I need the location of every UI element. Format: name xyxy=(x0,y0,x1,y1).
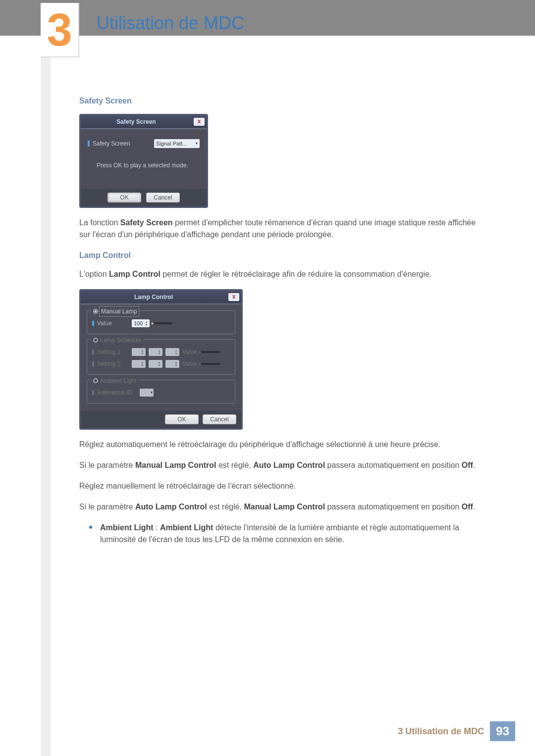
ambient-light-legend[interactable]: Ambient Light xyxy=(91,376,138,385)
cancel-button[interactable]: Cancel xyxy=(146,193,180,202)
safety-screen-row: Safety Screen Signal Patt... ▾ xyxy=(88,139,200,148)
safety-paragraph: La fonction Safety Screen permet d'empêc… xyxy=(79,217,485,241)
dialog-titlebar: Lamp Control x xyxy=(81,291,241,303)
accent-bar-icon xyxy=(92,361,94,366)
chevron-down-icon: ▾ xyxy=(151,390,153,396)
radio-icon xyxy=(93,378,98,383)
lamp-control-heading: Lamp Control xyxy=(79,250,485,261)
page-number: 93 xyxy=(490,721,515,741)
chapter-number: 3 xyxy=(47,7,72,52)
setting2-min: ▲▼ xyxy=(149,360,162,368)
setting2-value-label: Value xyxy=(182,359,197,368)
lamp-schedule-label: Lamp Schedule xyxy=(100,336,141,345)
setting2-ampm: ▲▼ xyxy=(165,360,179,368)
dialog-title: Safety Screen xyxy=(81,117,192,126)
reference-id-label: Reference ID xyxy=(97,388,137,397)
accent-bar-icon xyxy=(92,350,94,354)
footer: 3 Utilisation de MDC 93 xyxy=(398,721,515,741)
safety-screen-heading: Safety Screen xyxy=(79,95,485,107)
auto-set-para: Si le paramètre Auto Lamp Control est ré… xyxy=(79,501,485,513)
accent-bar-icon xyxy=(92,390,94,395)
safety-screen-select[interactable]: Signal Patt... ▾ xyxy=(154,139,200,148)
close-icon[interactable]: x xyxy=(194,118,205,126)
manual-para: Réglez manuellement le rétroéclairage de… xyxy=(79,480,485,492)
setting2-hour: ▲▼ xyxy=(132,360,146,368)
ok-button[interactable]: OK xyxy=(165,414,199,424)
accent-bar-icon xyxy=(88,141,90,147)
dialog-titlebar: Safety Screen x xyxy=(81,115,207,128)
setting1-slider xyxy=(200,351,220,353)
footer-text: 3 Utilisation de MDC xyxy=(398,726,484,737)
value-spinner[interactable]: 100 ▲▼ xyxy=(132,319,150,327)
setting1-ampm: ▲▼ xyxy=(165,348,179,356)
lamp-schedule-group: Lamp Schedule Setting 1 ▲▼ ▲▼ ▲▼ Value S… xyxy=(87,339,235,375)
ambient-light-bullet: Ambient Light : Ambient Light détecte l'… xyxy=(89,522,485,546)
dialog-button-bar: OK Cancel xyxy=(81,410,241,428)
cancel-button[interactable]: Cancel xyxy=(203,414,236,424)
manual-lamp-label: Manual Lamp xyxy=(100,307,138,316)
value-label: Value xyxy=(97,319,129,328)
lamp-schedule-legend[interactable]: Lamp Schedule xyxy=(91,336,143,345)
manual-set-para: Si le paramètre Manual Lamp Control est … xyxy=(79,459,485,471)
radio-icon xyxy=(93,338,98,343)
ambient-light-label: Ambient Light xyxy=(100,376,136,385)
safety-screen-dialog: Safety Screen x Safety Screen Signal Pat… xyxy=(79,114,208,208)
reference-id-select: ▾ xyxy=(140,389,154,397)
ok-button[interactable]: OK xyxy=(107,193,141,202)
dialog-button-bar: OK Cancel xyxy=(81,189,207,206)
manual-lamp-legend[interactable]: Manual Lamp xyxy=(91,307,140,316)
setting2-label: Setting 2 xyxy=(97,359,129,368)
setting1-label: Setting 1 xyxy=(97,348,129,356)
radio-icon xyxy=(93,309,98,314)
safety-screen-label: Safety Screen xyxy=(93,139,154,148)
chevron-down-icon: ▾ xyxy=(196,141,198,147)
manual-lamp-group: Manual Lamp Value 100 ▲▼ xyxy=(87,310,235,334)
value-slider[interactable] xyxy=(153,322,172,324)
setting1-hour: ▲▼ xyxy=(132,348,146,356)
dialog-title: Lamp Control xyxy=(81,293,226,302)
setting1-value-label: Value xyxy=(182,348,197,356)
setting1-min: ▲▼ xyxy=(149,348,162,356)
accent-bar-icon xyxy=(92,321,94,326)
header-gray-bar xyxy=(0,0,535,36)
select-value: Signal Patt... xyxy=(156,140,187,148)
chapter-title: Utilisation de MDC xyxy=(97,13,244,34)
lamp-control-dialog: Lamp Control x Manual Lamp Value 100 xyxy=(79,289,243,430)
chapter-badge: 3 xyxy=(41,3,79,57)
setting2-slider xyxy=(200,363,220,365)
spinner-buttons-icon: ▲▼ xyxy=(144,320,149,326)
lamp-intro: L'option Lamp Control permet de régler l… xyxy=(79,268,485,280)
side-strip xyxy=(41,0,51,756)
dialog-hint: Press OK to play a selected mode. xyxy=(88,161,200,170)
ambient-light-group: Ambient Light Reference ID ▾ xyxy=(87,380,235,403)
close-icon[interactable]: x xyxy=(228,293,239,301)
bullet-icon xyxy=(89,526,92,529)
auto-para: Réglez automatiquement le rétroéclairage… xyxy=(79,439,485,451)
